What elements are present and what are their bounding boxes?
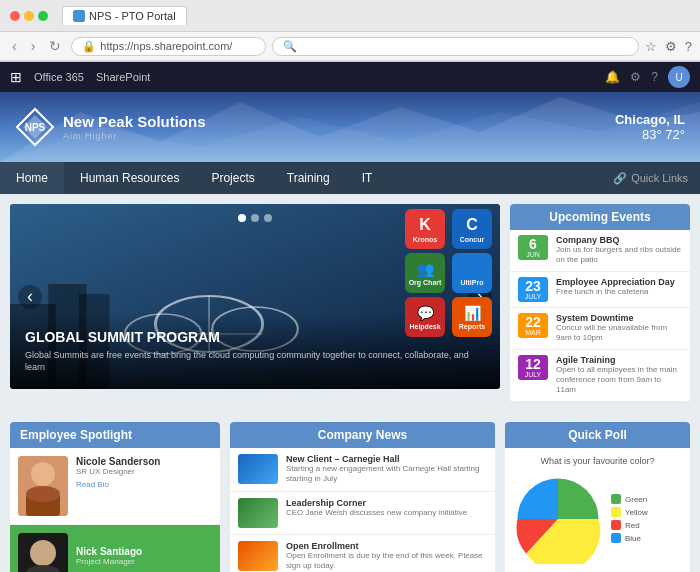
back-button[interactable]: ‹	[8, 36, 21, 56]
app-icons-grid: K Kronos C Concur 👥 Org Chart 👤 UltiPro …	[405, 209, 495, 337]
news-thumb-3	[238, 541, 278, 571]
dot-1[interactable]	[238, 214, 246, 222]
legend-green: Green	[611, 494, 648, 504]
employee-spotlight-panel: Employee Spotlight Nicole Sanderson SR U…	[10, 422, 220, 572]
main-content: ‹ › GLOBAL SUMMIT PROGRAM Global Summits…	[0, 194, 700, 422]
weather-city: Chicago, IL	[615, 112, 685, 127]
company-news-panel: Company News New Client – Carnegie Hall …	[230, 422, 495, 572]
maximize-dot[interactable]	[38, 11, 48, 21]
office365-link[interactable]: Office 365	[34, 71, 84, 83]
employee-card-1: Nicole Sanderson SR UX Designer Read Bio	[10, 448, 220, 525]
bookmark-icon[interactable]: ☆	[645, 39, 657, 54]
event-1: 6 JUN Company BBQ Join us for burgers an…	[510, 230, 690, 272]
legend-dot-red	[611, 520, 621, 530]
browser-chrome: NPS - PTO Portal ‹ › ↻ 🔒 https://nps.sha…	[0, 0, 700, 62]
sp-toolbar: ⊞ Office 365 SharePoint 🔔 ⚙ ? U	[0, 62, 700, 92]
sharepoint-link[interactable]: SharePoint	[96, 71, 150, 83]
tab-label: NPS - PTO Portal	[89, 10, 176, 22]
svg-text:NPS: NPS	[25, 122, 46, 133]
event-4: 12 JULY Agile Training Open to all emplo…	[510, 350, 690, 402]
app-reports[interactable]: 📊 Reports	[452, 297, 492, 337]
company-name: New Peak Solutions	[63, 113, 206, 131]
legend-dot-yellow	[611, 507, 621, 517]
refresh-button[interactable]: ↻	[45, 36, 65, 56]
quick-links[interactable]: 🔗 Quick Links	[601, 172, 700, 185]
bottom-section: Employee Spotlight Nicole Sanderson SR U…	[10, 422, 690, 572]
forward-button[interactable]: ›	[27, 36, 40, 56]
event-3-date: 22 MAR	[518, 313, 548, 338]
news-item-3: Open Enrollment Open Enrollment is due b…	[230, 535, 495, 572]
event-4-date: 12 JULY	[518, 355, 548, 380]
logo-text: New Peak Solutions Aim Higher	[63, 113, 206, 141]
svg-point-15	[31, 462, 55, 486]
minimize-dot[interactable]	[24, 11, 34, 21]
event-4-info: Agile Training Open to all employees in …	[556, 355, 682, 396]
browser-tab[interactable]: NPS - PTO Portal	[62, 6, 187, 25]
tab-favicon	[73, 10, 85, 22]
weather-temp: 83° 72°	[615, 127, 685, 142]
news-text-1: New Client – Carnegie Hall Starting a ne…	[286, 454, 487, 485]
nav-training[interactable]: Training	[271, 162, 346, 194]
employee-1-read-more[interactable]: Read Bio	[76, 480, 212, 489]
upcoming-events-header: Upcoming Events	[510, 204, 690, 230]
nav-it[interactable]: IT	[346, 162, 389, 194]
help-icon[interactable]: ?	[651, 70, 658, 84]
browser-icons: ☆ ⚙ ?	[645, 39, 692, 54]
user-avatar[interactable]: U	[668, 66, 690, 88]
news-text-2: Leadership Corner CEO Jane Welsh discuss…	[286, 498, 467, 518]
browser-search-bar[interactable]: 🔍	[272, 37, 639, 56]
legend-dot-blue	[611, 533, 621, 543]
news-item-2: Leadership Corner CEO Jane Welsh discuss…	[230, 492, 495, 535]
logo-area: NPS New Peak Solutions Aim Higher	[15, 107, 206, 147]
news-thumb-1	[238, 454, 278, 484]
quick-poll-panel: Quick Poll What is your favourite color?	[505, 422, 690, 572]
close-dot[interactable]	[10, 11, 20, 21]
search-icon: 🔍	[283, 40, 297, 53]
url-text: https://nps.sharepoint.com/	[100, 40, 232, 52]
app-kronos[interactable]: K Kronos	[405, 209, 445, 249]
dot-3[interactable]	[264, 214, 272, 222]
legend-blue: Blue	[611, 533, 648, 543]
app-helpdesk[interactable]: 💬 Helpdesk	[405, 297, 445, 337]
upcoming-events-panel: Upcoming Events 6 JUN Company BBQ Join u…	[510, 204, 690, 402]
poll-legend: Green Yellow Red Blue	[611, 494, 648, 543]
link-icon: 🔗	[613, 172, 627, 185]
site-header: NPS New Peak Solutions Aim Higher Chicag…	[0, 92, 700, 162]
settings-icon[interactable]: ⚙	[665, 39, 677, 54]
legend-yellow: Yellow	[611, 507, 648, 517]
svg-point-17	[26, 486, 60, 502]
news-item-1: New Client – Carnegie Hall Starting a ne…	[230, 448, 495, 492]
nav-home[interactable]: Home	[0, 162, 64, 194]
event-2-date: 23 JULY	[518, 277, 548, 302]
app-org-chart[interactable]: 👥 Org Chart	[405, 253, 445, 293]
poll-chart-area: Green Yellow Red Blue	[513, 474, 682, 564]
url-bar[interactable]: 🔒 https://nps.sharepoint.com/	[71, 37, 265, 56]
carousel-prev-button[interactable]: ‹	[18, 285, 42, 309]
nav-projects[interactable]: Projects	[195, 162, 270, 194]
settings-icon[interactable]: ⚙	[630, 70, 641, 84]
logo-icon: NPS	[15, 107, 55, 147]
help-icon[interactable]: ?	[685, 39, 692, 54]
nav-bar: Home Human Resources Projects Training I…	[0, 162, 700, 194]
event-3: 22 MAR System Downtime Concur will be un…	[510, 308, 690, 350]
browser-titlebar: NPS - PTO Portal	[0, 0, 700, 32]
lock-icon: 🔒	[82, 40, 96, 53]
spotlight-content: Nicole Sanderson SR UX Designer Read Bio…	[10, 448, 220, 572]
carousel-dots	[238, 214, 272, 222]
hero-carousel: ‹ › GLOBAL SUMMIT PROGRAM Global Summits…	[10, 204, 500, 389]
employee-1-avatar	[18, 456, 68, 516]
spotlight-header: Employee Spotlight	[10, 422, 220, 448]
dot-2[interactable]	[251, 214, 259, 222]
browser-dots	[10, 11, 48, 21]
nav-human-resources[interactable]: Human Resources	[64, 162, 195, 194]
waffle-icon[interactable]: ⊞	[10, 69, 22, 85]
event-2: 23 JULY Employee Appreciation Day Free l…	[510, 272, 690, 308]
app-concur[interactable]: C Concur	[452, 209, 492, 249]
employee-card-2: Nick Santiago Project Manager Read Bio	[10, 525, 220, 572]
notification-icon[interactable]: 🔔	[605, 70, 620, 84]
legend-dot-green	[611, 494, 621, 504]
company-news-header: Company News	[230, 422, 495, 448]
app-ultipro[interactable]: 👤 UltiPro	[452, 253, 492, 293]
event-1-info: Company BBQ Join us for burgers and ribs…	[556, 235, 682, 266]
event-2-info: Employee Appreciation Day Free lunch in …	[556, 277, 682, 297]
